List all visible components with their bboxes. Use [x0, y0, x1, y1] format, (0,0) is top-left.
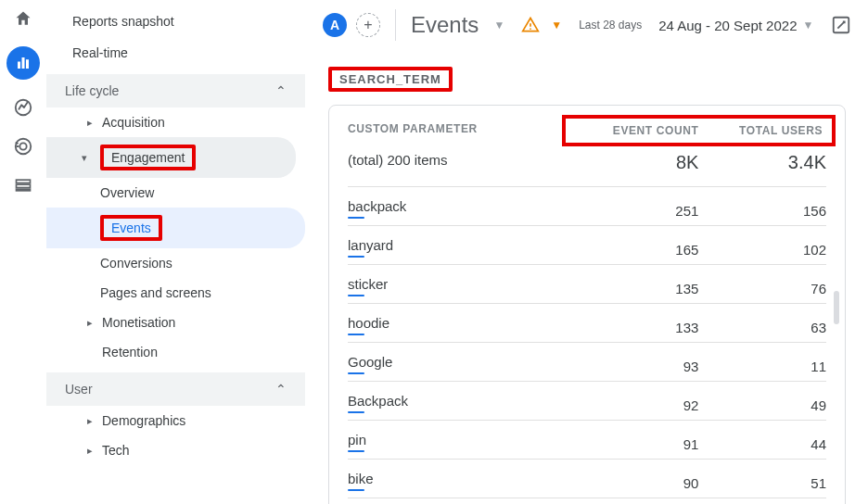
- title-dropdown-icon[interactable]: ▼: [493, 19, 504, 32]
- divider: [348, 303, 826, 304]
- svg-rect-7: [17, 184, 31, 187]
- col-event-count: EVENT COUNT: [575, 124, 699, 137]
- conversions-label: Conversions: [100, 256, 172, 271]
- sidebar-item-pages[interactable]: Pages and screens: [46, 278, 305, 308]
- card-title: SEARCH_TERM: [328, 67, 453, 92]
- param-value: Backpack: [348, 393, 571, 409]
- svg-point-5: [19, 143, 26, 149]
- table-header: CUSTOM PARAMETER EVENT COUNT TOTAL USERS: [348, 122, 826, 139]
- add-comparison-button[interactable]: +: [356, 13, 380, 37]
- period-label: Last 28 days: [579, 19, 642, 32]
- date-range-picker[interactable]: 24 Aug - 20 Sept 2022 ▼: [658, 18, 813, 33]
- sidebar-item-overview[interactable]: Overview: [46, 178, 305, 208]
- thresholding-warning[interactable]: ▼: [521, 16, 562, 34]
- total-users-value: 11: [698, 359, 826, 374]
- svg-rect-0: [18, 62, 20, 69]
- divider: [348, 459, 826, 460]
- sidebar-item-engagement[interactable]: ▾ Engagement: [46, 137, 296, 178]
- col-custom-parameter: CUSTOM PARAMETER: [348, 122, 571, 139]
- event-count-value: 90: [571, 475, 699, 491]
- total-users-value: 44: [698, 436, 826, 452]
- tech-label: Tech: [102, 443, 130, 458]
- col-total-users: TOTAL USERS: [698, 124, 823, 137]
- table-row[interactable]: backpack251156: [348, 191, 826, 221]
- table-row[interactable]: bike9051: [348, 463, 826, 494]
- param-value: Google: [348, 354, 571, 370]
- sidebar-item-events[interactable]: Events: [46, 208, 305, 248]
- sidebar-section-user[interactable]: User ⌃: [46, 372, 305, 406]
- page-title: Events: [411, 12, 479, 38]
- advertising-icon[interactable]: [12, 135, 34, 158]
- sidebar-item-acquisition[interactable]: ▸ Acquisition: [46, 107, 305, 137]
- divider: [348, 342, 826, 343]
- retention-label: Retention: [102, 345, 158, 359]
- account-avatar[interactable]: A: [323, 13, 347, 37]
- content: SEARCH_TERM CUSTOM PARAMETER EVENT COUNT…: [306, 50, 868, 504]
- total-users-value: 76: [698, 281, 826, 296]
- caret-right-icon: ▸: [87, 415, 102, 427]
- table-row[interactable]: pin9144: [348, 424, 826, 455]
- event-count-value: 133: [571, 320, 699, 335]
- chevron-up-icon: ⌃: [275, 382, 287, 397]
- param-value: backpack: [348, 198, 571, 214]
- spark-bar: [348, 217, 364, 219]
- overview-label: Overview: [100, 185, 154, 200]
- spark-bar: [348, 450, 364, 452]
- divider: [395, 9, 396, 41]
- monetisation-label: Monetisation: [102, 315, 175, 330]
- event-count-value: 135: [571, 281, 699, 296]
- sidebar-reports-snapshot[interactable]: Reports snapshot: [46, 6, 305, 37]
- home-icon[interactable]: [12, 7, 34, 30]
- caret-right-icon: ▸: [87, 317, 102, 329]
- reports-icon[interactable]: [6, 46, 40, 80]
- param-value: sticker: [348, 276, 571, 292]
- table-row[interactable]: Backpack9249: [348, 385, 826, 416]
- sidebar-item-demographics[interactable]: ▸ Demographics: [46, 406, 305, 435]
- param-value: pin: [348, 432, 571, 447]
- table-row[interactable]: lanyard165102: [348, 230, 826, 260]
- sidebar-item-monetisation[interactable]: ▸ Monetisation: [46, 308, 305, 337]
- svg-rect-6: [17, 180, 31, 183]
- customize-report-button[interactable]: [831, 15, 851, 35]
- divider: [348, 225, 826, 226]
- sidebar-realtime[interactable]: Real-time: [46, 37, 305, 69]
- total-label: (total) 200 items: [348, 152, 571, 173]
- event-count-value: 93: [571, 359, 699, 374]
- user-label: User: [65, 382, 93, 397]
- topbar: A + Events ▼ ▼ Last 28 days 24 Aug - 20 …: [306, 0, 868, 50]
- configure-icon[interactable]: [12, 174, 34, 196]
- chevron-up-icon: ⌃: [275, 83, 287, 98]
- total-users: 3.4K: [698, 152, 826, 173]
- scrollbar[interactable]: [834, 291, 839, 324]
- svg-rect-2: [26, 59, 29, 69]
- table-row[interactable]: sticker13576: [348, 269, 826, 299]
- total-users-value: 102: [698, 242, 826, 258]
- sidebar-section-lifecycle[interactable]: Life cycle ⌃: [46, 74, 305, 107]
- warning-icon: [521, 16, 540, 34]
- lifecycle-label: Life cycle: [65, 83, 119, 98]
- pages-label: Pages and screens: [100, 285, 211, 300]
- nav-rail: [0, 0, 46, 504]
- svg-rect-1: [22, 57, 25, 69]
- sidebar-item-retention[interactable]: Retention: [46, 337, 305, 367]
- engagement-label: Engagement: [100, 145, 196, 170]
- sidebar: Reports snapshot Real-time Life cycle ⌃ …: [46, 0, 306, 504]
- total-users-value: 51: [698, 475, 826, 491]
- sidebar-item-tech[interactable]: ▸ Tech: [46, 435, 305, 465]
- spark-bar: [348, 256, 364, 258]
- total-users-value: 156: [698, 203, 826, 219]
- chevron-down-icon: ▼: [803, 19, 814, 32]
- divider: [348, 381, 826, 382]
- sidebar-item-conversions[interactable]: Conversions: [46, 248, 305, 278]
- event-count-value: 91: [571, 436, 699, 452]
- spark-bar: [348, 334, 364, 335]
- svg-point-10: [530, 28, 531, 30]
- explore-icon[interactable]: [12, 96, 34, 119]
- param-value: hoodie: [348, 315, 571, 331]
- table-row[interactable]: hoodie13363: [348, 308, 826, 338]
- event-count-value: 92: [571, 397, 699, 413]
- spark-bar: [348, 489, 364, 491]
- divider: [348, 498, 826, 498]
- spark-bar: [348, 372, 364, 374]
- table-row[interactable]: Google9311: [348, 346, 826, 377]
